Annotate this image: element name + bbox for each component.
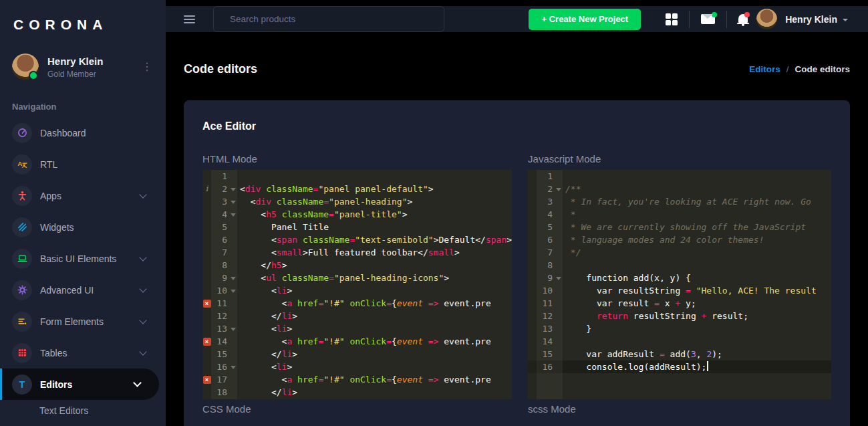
fold-cell[interactable] [229,322,237,335]
code-line-3: 3 * In fact, you're looking at ACE right… [528,195,831,208]
user-dropdown[interactable]: Henry Klein [785,14,837,25]
sidebar-item-basic-ui-elements[interactable]: Basic UI Elements [0,243,166,274]
line-number: 14 [211,335,229,348]
sidebar-item-dashboard[interactable]: Dashboard [0,117,166,148]
fold-cell[interactable] [229,183,237,195]
fold-cell[interactable] [554,183,563,195]
fold-cell[interactable] [229,360,237,373]
error-annotation-icon: × [203,300,211,308]
line-number: 1 [211,170,229,183]
grid-icon[interactable] [666,13,678,25]
fold-cell [229,246,237,259]
code-token: onClick [349,336,386,346]
gutter-cell: 7 [528,246,563,259]
divider [726,11,727,28]
speedometer-icon [12,123,32,143]
sidebar-item-tables[interactable]: Tables [0,337,166,368]
fold-cell[interactable] [229,284,237,297]
line-number: 9 [211,272,229,284]
code-token: = [686,286,691,296]
fold-arrow-icon[interactable] [231,366,236,369]
gutter-cell: 8 [202,259,237,272]
bell-icon[interactable] [738,14,748,23]
sidebar-nav: DashboardARTLAppsWidgetsBasic UI Element… [0,117,166,400]
fold-cell[interactable] [229,195,237,208]
fold-cell[interactable] [229,208,237,221]
fold-arrow-icon[interactable] [231,188,236,191]
gutter-cell: 16 [202,360,237,373]
code-token: < [240,184,245,194]
sidebar-item-rtl[interactable]: ARTL [0,148,166,180]
code-line-15: 15 var addResult = add(3, 2); [528,348,831,360]
code-token: > [292,349,297,359]
gutter-cell: 8 [528,259,563,272]
annotation-cell [528,170,537,183]
fold-arrow-icon[interactable] [231,277,236,280]
fold-cell [554,310,563,322]
code-token: < [240,286,277,296]
annotation-cell [528,310,537,322]
code-token: < [240,197,255,207]
fold-arrow-icon[interactable] [231,328,236,331]
code-line-10: 10 var resultString = "Hello, ACE! The r… [528,284,831,297]
page-title: Code editors [184,62,257,76]
create-new-project-button[interactable]: + Create New Project [529,9,641,30]
profile-menu-icon[interactable]: ⋮ [138,62,156,72]
sidebar-item-apps[interactable]: Apps [0,180,166,211]
ace-editor-html[interactable]: 1i2<div className="panel panel-default">… [202,170,512,399]
brand-logo[interactable]: CORONA [0,0,166,49]
annotation-cell [202,195,211,208]
fold-cell[interactable] [229,272,237,284]
code-text: Panel Title [237,221,512,233]
code-text [563,170,831,183]
line-number: 10 [211,284,229,297]
annotation-cell [528,233,537,246]
code-token: = [386,375,392,385]
page-content: Code editors Editors / Code editors Ace … [166,32,868,426]
navbar-avatar[interactable] [756,9,777,29]
line-number: 6 [537,233,554,246]
code-token: onClick [349,375,386,385]
code-token: </ [240,311,282,321]
annotation-cell [202,310,211,322]
code-text: * In fact, you're looking at ACE right n… [563,195,831,208]
app-root: { "colors": { "accent_blue": "#0090e7", … [0,0,868,426]
menu-icon[interactable] [184,13,195,25]
code-token: function add(x, y) { [565,273,691,283]
fold-cell [554,208,563,221]
code-text: <li> [237,284,512,297]
fold-arrow-icon[interactable] [231,290,236,293]
sidebar-subitem-text-editors[interactable]: Text Editors [0,400,166,421]
search-input[interactable] [213,6,444,32]
mail-icon[interactable] [701,14,715,24]
list-icon [12,312,32,332]
line-number: 16 [211,360,229,373]
fold-arrow-icon[interactable] [556,188,561,191]
translate-icon: A [12,154,32,175]
code-token: > [282,260,287,270]
sidebar-item-form-elements[interactable]: Form Elements [0,306,166,337]
fold-cell[interactable] [554,272,563,284]
ace-editor-javascript[interactable]: 12/**3 * In fact, you're looking at ACE … [528,170,831,399]
editor-mode-label: scss Mode [528,403,831,415]
code-token: * In fact, you're looking at ACE right n… [565,197,811,207]
divider [689,11,690,28]
sidebar-item-label: Editors [40,379,134,390]
breadcrumb-link[interactable]: Editors [749,64,780,74]
code-token: > [407,197,412,207]
sidebar-item-editors[interactable]: TEditors [0,368,159,400]
annotation-cell [202,246,211,259]
line-number: 2 [537,183,554,195]
sidebar-item-widgets[interactable]: Widgets [0,211,166,243]
fold-arrow-icon[interactable] [231,213,236,217]
line-number: 12 [211,310,229,322]
code-text: function add(x, y) { [563,272,831,284]
sidebar-item-advanced-ui[interactable]: Advanced UI [0,274,166,306]
fold-arrow-icon[interactable] [231,201,236,204]
profile-name: Henry Klein [47,56,138,68]
fold-arrow-icon[interactable] [556,277,561,280]
sidebar-profile[interactable]: Henry Klein Gold Member ⋮ [0,49,166,90]
gutter-cell: 14 [528,335,563,348]
fold-cell [554,348,563,360]
code-text: <a href="!#" onClick={event => event.pre [237,297,512,310]
